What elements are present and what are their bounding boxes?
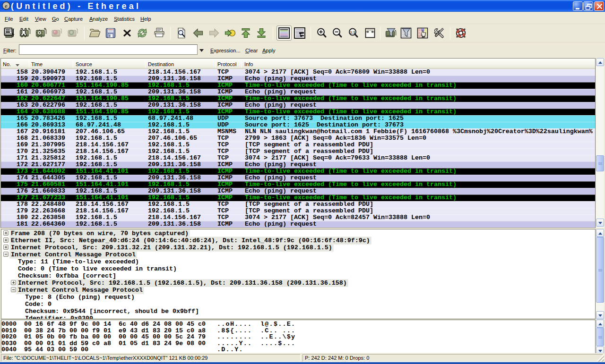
svg-text:1:1: 1:1 [350, 30, 355, 34]
svg-text:e: e [5, 2, 8, 9]
